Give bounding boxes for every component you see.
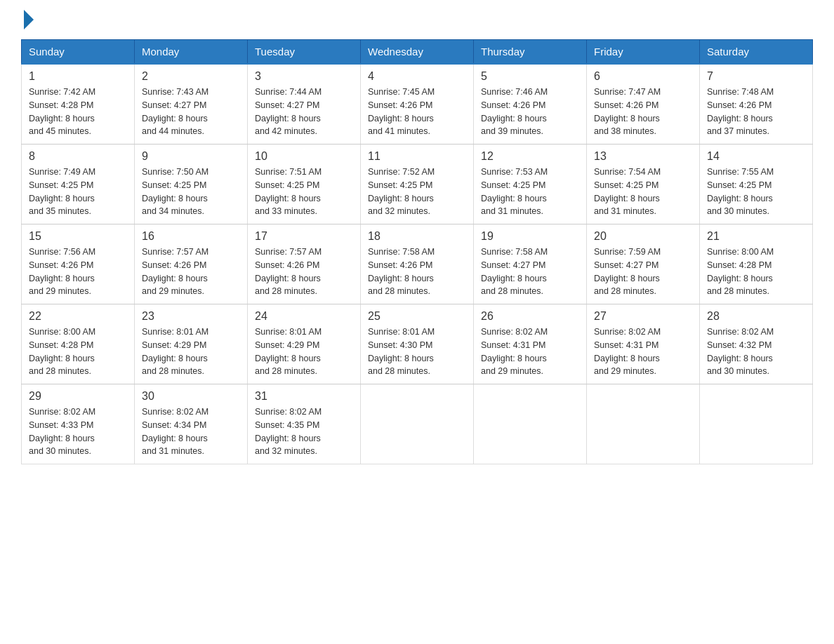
day-number: 31 (255, 390, 353, 403)
week-row-1: 1 Sunrise: 7:42 AMSunset: 4:28 PMDayligh… (22, 64, 813, 145)
weekday-header-monday: Monday (135, 40, 248, 65)
day-cell: 21 Sunrise: 8:00 AMSunset: 4:28 PMDaylig… (700, 224, 813, 304)
day-info: Sunrise: 7:48 AMSunset: 4:26 PMDaylight:… (707, 86, 805, 138)
day-number: 14 (707, 150, 805, 163)
weekday-header-saturday: Saturday (700, 40, 813, 65)
day-cell: 4 Sunrise: 7:45 AMSunset: 4:26 PMDayligh… (361, 64, 474, 145)
day-cell: 28 Sunrise: 8:02 AMSunset: 4:32 PMDaylig… (700, 304, 813, 384)
day-info: Sunrise: 8:00 AMSunset: 4:28 PMDaylight:… (29, 326, 127, 378)
day-number: 3 (255, 70, 353, 83)
day-number: 15 (29, 230, 127, 243)
day-info: Sunrise: 7:54 AMSunset: 4:25 PMDaylight:… (594, 166, 692, 218)
day-cell: 30 Sunrise: 8:02 AMSunset: 4:34 PMDaylig… (135, 384, 248, 464)
day-info: Sunrise: 7:45 AMSunset: 4:26 PMDaylight:… (368, 86, 466, 138)
day-number: 22 (29, 310, 127, 323)
weekday-header-friday: Friday (587, 40, 700, 65)
day-cell: 12 Sunrise: 7:53 AMSunset: 4:25 PMDaylig… (474, 145, 587, 224)
day-info: Sunrise: 7:47 AMSunset: 4:26 PMDaylight:… (594, 86, 692, 138)
day-cell: 19 Sunrise: 7:58 AMSunset: 4:27 PMDaylig… (474, 224, 587, 304)
day-info: Sunrise: 7:44 AMSunset: 4:27 PMDaylight:… (255, 86, 353, 138)
day-info: Sunrise: 7:58 AMSunset: 4:26 PMDaylight:… (368, 246, 466, 298)
day-info: Sunrise: 8:01 AMSunset: 4:30 PMDaylight:… (368, 326, 466, 378)
day-number: 9 (142, 150, 240, 163)
day-number: 26 (481, 310, 579, 323)
week-row-2: 8 Sunrise: 7:49 AMSunset: 4:25 PMDayligh… (22, 145, 813, 224)
day-info: Sunrise: 7:46 AMSunset: 4:26 PMDaylight:… (481, 86, 579, 138)
day-info: Sunrise: 7:57 AMSunset: 4:26 PMDaylight:… (255, 246, 353, 298)
day-cell (587, 384, 700, 464)
day-info: Sunrise: 7:53 AMSunset: 4:25 PMDaylight:… (481, 166, 579, 218)
day-cell: 11 Sunrise: 7:52 AMSunset: 4:25 PMDaylig… (361, 145, 474, 224)
day-number: 25 (368, 310, 466, 323)
weekday-header-thursday: Thursday (474, 40, 587, 65)
day-info: Sunrise: 7:43 AMSunset: 4:27 PMDaylight:… (142, 86, 240, 138)
day-number: 4 (368, 70, 466, 83)
day-info: Sunrise: 7:55 AMSunset: 4:25 PMDaylight:… (707, 166, 805, 218)
day-number: 16 (142, 230, 240, 243)
weekday-header-row: SundayMondayTuesdayWednesdayThursdayFrid… (22, 40, 813, 65)
day-cell: 10 Sunrise: 7:51 AMSunset: 4:25 PMDaylig… (248, 145, 361, 224)
day-cell: 17 Sunrise: 7:57 AMSunset: 4:26 PMDaylig… (248, 224, 361, 304)
day-number: 10 (255, 150, 353, 163)
day-number: 28 (707, 310, 805, 323)
day-info: Sunrise: 7:58 AMSunset: 4:27 PMDaylight:… (481, 246, 579, 298)
day-info: Sunrise: 8:02 AMSunset: 4:31 PMDaylight:… (481, 326, 579, 378)
day-cell: 5 Sunrise: 7:46 AMSunset: 4:26 PMDayligh… (474, 64, 587, 145)
day-cell: 15 Sunrise: 7:56 AMSunset: 4:26 PMDaylig… (22, 224, 135, 304)
day-cell (361, 384, 474, 464)
day-number: 12 (481, 150, 579, 163)
day-cell: 13 Sunrise: 7:54 AMSunset: 4:25 PMDaylig… (587, 145, 700, 224)
day-info: Sunrise: 7:52 AMSunset: 4:25 PMDaylight:… (368, 166, 466, 218)
day-info: Sunrise: 8:02 AMSunset: 4:34 PMDaylight:… (142, 405, 240, 458)
day-number: 27 (594, 310, 692, 323)
day-cell: 24 Sunrise: 8:01 AMSunset: 4:29 PMDaylig… (248, 304, 361, 384)
day-info: Sunrise: 8:02 AMSunset: 4:33 PMDaylight:… (29, 405, 127, 458)
day-cell: 22 Sunrise: 8:00 AMSunset: 4:28 PMDaylig… (22, 304, 135, 384)
day-info: Sunrise: 7:51 AMSunset: 4:25 PMDaylight:… (255, 166, 353, 218)
day-number: 1 (29, 70, 127, 83)
weekday-header-sunday: Sunday (22, 40, 135, 65)
day-info: Sunrise: 7:49 AMSunset: 4:25 PMDaylight:… (29, 166, 127, 218)
day-number: 20 (594, 230, 692, 243)
logo (21, 14, 34, 25)
day-number: 23 (142, 310, 240, 323)
day-number: 13 (594, 150, 692, 163)
day-info: Sunrise: 7:57 AMSunset: 4:26 PMDaylight:… (142, 246, 240, 298)
day-info: Sunrise: 8:00 AMSunset: 4:28 PMDaylight:… (707, 246, 805, 298)
day-number: 30 (142, 390, 240, 403)
day-number: 24 (255, 310, 353, 323)
day-cell: 25 Sunrise: 8:01 AMSunset: 4:30 PMDaylig… (361, 304, 474, 384)
day-number: 8 (29, 150, 127, 163)
day-cell: 3 Sunrise: 7:44 AMSunset: 4:27 PMDayligh… (248, 64, 361, 145)
day-cell (474, 384, 587, 464)
week-row-3: 15 Sunrise: 7:56 AMSunset: 4:26 PMDaylig… (22, 224, 813, 304)
day-cell: 26 Sunrise: 8:02 AMSunset: 4:31 PMDaylig… (474, 304, 587, 384)
day-info: Sunrise: 7:59 AMSunset: 4:27 PMDaylight:… (594, 246, 692, 298)
day-info: Sunrise: 8:02 AMSunset: 4:32 PMDaylight:… (707, 326, 805, 378)
day-cell: 18 Sunrise: 7:58 AMSunset: 4:26 PMDaylig… (361, 224, 474, 304)
day-info: Sunrise: 8:01 AMSunset: 4:29 PMDaylight:… (255, 326, 353, 378)
week-row-5: 29 Sunrise: 8:02 AMSunset: 4:33 PMDaylig… (22, 384, 813, 464)
day-info: Sunrise: 8:02 AMSunset: 4:35 PMDaylight:… (255, 405, 353, 458)
day-cell: 29 Sunrise: 8:02 AMSunset: 4:33 PMDaylig… (22, 384, 135, 464)
day-cell: 7 Sunrise: 7:48 AMSunset: 4:26 PMDayligh… (700, 64, 813, 145)
day-info: Sunrise: 7:56 AMSunset: 4:26 PMDaylight:… (29, 246, 127, 298)
day-number: 29 (29, 390, 127, 403)
day-cell: 20 Sunrise: 7:59 AMSunset: 4:27 PMDaylig… (587, 224, 700, 304)
day-info: Sunrise: 7:50 AMSunset: 4:25 PMDaylight:… (142, 166, 240, 218)
day-cell: 6 Sunrise: 7:47 AMSunset: 4:26 PMDayligh… (587, 64, 700, 145)
day-number: 18 (368, 230, 466, 243)
day-cell: 1 Sunrise: 7:42 AMSunset: 4:28 PMDayligh… (22, 64, 135, 145)
day-cell: 9 Sunrise: 7:50 AMSunset: 4:25 PMDayligh… (135, 145, 248, 224)
week-row-4: 22 Sunrise: 8:00 AMSunset: 4:28 PMDaylig… (22, 304, 813, 384)
day-cell: 8 Sunrise: 7:49 AMSunset: 4:25 PMDayligh… (22, 145, 135, 224)
weekday-header-wednesday: Wednesday (361, 40, 474, 65)
day-number: 11 (368, 150, 466, 163)
day-number: 2 (142, 70, 240, 83)
day-cell: 31 Sunrise: 8:02 AMSunset: 4:35 PMDaylig… (248, 384, 361, 464)
day-info: Sunrise: 8:01 AMSunset: 4:29 PMDaylight:… (142, 326, 240, 378)
day-cell: 27 Sunrise: 8:02 AMSunset: 4:31 PMDaylig… (587, 304, 700, 384)
calendar-table: SundayMondayTuesdayWednesdayThursdayFrid… (21, 39, 813, 464)
day-info: Sunrise: 7:42 AMSunset: 4:28 PMDaylight:… (29, 86, 127, 138)
day-info: Sunrise: 8:02 AMSunset: 4:31 PMDaylight:… (594, 326, 692, 378)
